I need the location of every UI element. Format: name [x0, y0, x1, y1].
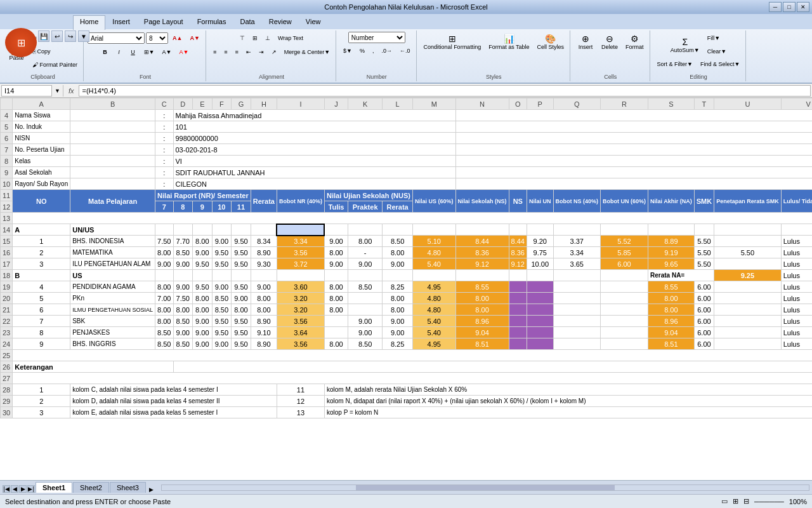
- cell-nus-header[interactable]: Nilai Ujian Sekolah (NUS): [324, 190, 412, 201]
- col-header-G[interactable]: G: [232, 98, 251, 110]
- cell-nr-header[interactable]: Nilai Raport (NR)/ Semester: [155, 190, 251, 201]
- cell-ket12-num[interactable]: 12: [277, 396, 324, 407]
- row-header-28[interactable]: 28: [1, 384, 13, 396]
- cell-ns-6[interactable]: [509, 304, 527, 316]
- cell-nr10-5[interactable]: 8.50: [212, 293, 232, 304]
- cell-nr8-9[interactable]: 8.50: [173, 338, 193, 350]
- cell-mp-2[interactable]: MATEMATIKA: [70, 247, 155, 258]
- cell-D10[interactable]: CILEGON: [173, 178, 455, 190]
- font-size-select[interactable]: 8: [146, 32, 168, 44]
- cell-nus-rerata-9[interactable]: 8.25: [383, 338, 413, 350]
- close-btn[interactable]: ✕: [797, 2, 809, 12]
- row-header-20[interactable]: 20: [1, 293, 13, 304]
- cell-ket13-text[interactable]: kolop P = kolom N: [324, 407, 812, 418]
- decrease-decimal-btn[interactable]: ←.0: [396, 44, 414, 57]
- cell-bobot-un-header[interactable]: Bobot UN (60%): [601, 190, 648, 213]
- undo-qat-btn[interactable]: ↩: [51, 30, 63, 42]
- cell-nr8-2[interactable]: 8.50: [173, 247, 193, 258]
- cell-bobot-nr-5[interactable]: 3.20: [277, 293, 324, 304]
- cell-nr7-9[interactable]: 8.50: [155, 338, 173, 350]
- cell-C5[interactable]: :: [155, 121, 173, 133]
- cell-D7[interactable]: 03-020-201-8: [173, 144, 455, 156]
- col-header-K[interactable]: K: [348, 98, 383, 110]
- cell-nus-rerata-6[interactable]: 8.00: [383, 304, 413, 316]
- row-header-14[interactable]: 14: [1, 224, 13, 236]
- bold-btn[interactable]: B: [99, 46, 112, 58]
- cell-rerata-4[interactable]: 9.00: [251, 281, 277, 293]
- sheet-tab-nav-prev[interactable]: ◀: [11, 485, 18, 493]
- cell-ns-9[interactable]: [509, 338, 527, 350]
- qat-dropdown-btn[interactable]: ▼: [78, 30, 89, 42]
- cell-smk-4[interactable]: 6.00: [694, 281, 714, 293]
- cell-nr9-3[interactable]: 9.50: [193, 258, 213, 270]
- insert-cells-btn[interactable]: ⊕ Insert: [574, 32, 597, 52]
- cell-smk2-5[interactable]: [714, 293, 782, 304]
- col-header-U[interactable]: U: [714, 98, 782, 110]
- cell-L14[interactable]: [383, 224, 413, 236]
- row-header-6[interactable]: 6: [1, 133, 13, 144]
- tab-formulas[interactable]: Formulas: [190, 15, 233, 29]
- cell-nr7-7[interactable]: 8.00: [155, 316, 173, 327]
- cell-ket12-text[interactable]: kolom N, didapat dari (nilai raport X 40…: [324, 396, 812, 407]
- cell-ket1-num[interactable]: 1: [13, 384, 70, 396]
- border-btn[interactable]: ⊞▼: [141, 46, 158, 58]
- cell-nilai-akhir-header[interactable]: Nilai Akhir (NA): [648, 190, 695, 213]
- cell-nr11-7[interactable]: 9.50: [232, 316, 251, 327]
- cell-tulis-3[interactable]: 9.00: [324, 258, 348, 270]
- cell-nus-rerata-4[interactable]: 8.25: [383, 281, 413, 293]
- row-header-24[interactable]: 24: [1, 338, 13, 350]
- col-header-M[interactable]: M: [413, 98, 456, 110]
- number-format-select[interactable]: Number: [348, 32, 405, 43]
- col-header-T[interactable]: T: [694, 98, 714, 110]
- cell-smk2-8[interactable]: [714, 327, 782, 338]
- sheet-tab-nav-first[interactable]: |◀: [3, 485, 10, 493]
- cell-B9[interactable]: [70, 167, 155, 178]
- col-header-D[interactable]: D: [173, 98, 193, 110]
- cell-lulus-header[interactable]: Lulus/ Tidak Lulus: [781, 190, 812, 213]
- cell-B5[interactable]: [70, 121, 155, 133]
- cell-C4[interactable]: :: [155, 110, 173, 121]
- cell-praktek-2[interactable]: -: [348, 247, 383, 258]
- align-top-btn[interactable]: ⊤: [237, 32, 248, 44]
- cell-nr8-1[interactable]: 7.70: [173, 236, 193, 247]
- cell-B10[interactable]: [70, 178, 155, 190]
- cell-smk-header[interactable]: SMK: [694, 190, 714, 213]
- cell-lulus-8[interactable]: Lulus: [781, 327, 812, 338]
- cell-praktek-4[interactable]: 8.50: [348, 281, 383, 293]
- cell-smk-7[interactable]: 6.00: [694, 316, 714, 327]
- cell-mp-5[interactable]: PKn: [70, 293, 155, 304]
- cell-smk2-6[interactable]: [714, 304, 782, 316]
- cell-nr7-2[interactable]: 8.00: [155, 247, 173, 258]
- cell-praktek-8[interactable]: 9.00: [348, 327, 383, 338]
- maximize-btn[interactable]: □: [783, 2, 796, 12]
- cell-rerata-9[interactable]: 8.90: [251, 338, 277, 350]
- align-right-btn[interactable]: ≡: [232, 46, 241, 58]
- cell-rerata-8[interactable]: 9.10: [251, 327, 277, 338]
- cell-nus-rerata-1[interactable]: 8.50: [383, 236, 413, 247]
- cell-smk2-2[interactable]: 5.50: [714, 247, 782, 258]
- row-header-27[interactable]: 27: [1, 373, 13, 384]
- tab-insert[interactable]: Insert: [105, 15, 137, 29]
- cell-ns-5[interactable]: [509, 293, 527, 304]
- cell-ket11-text[interactable]: kolom M, adalah rerata Nilai Ujian Sekol…: [324, 384, 812, 396]
- cell-bobot-nr-header[interactable]: Bobot NR (40%): [277, 190, 324, 213]
- cell-C8[interactable]: :: [155, 156, 173, 167]
- cell-bobot-ns-4[interactable]: [553, 281, 601, 293]
- cell-sem8[interactable]: 8: [173, 201, 193, 213]
- align-center-btn[interactable]: ≡: [221, 46, 230, 58]
- row-header-16[interactable]: 16: [1, 247, 13, 258]
- cell-penetapan-header[interactable]: Penetapan Rerata SMK: [714, 190, 782, 213]
- cell-bobot-ns-7[interactable]: [553, 316, 601, 327]
- cell-nilai-sekolah-3[interactable]: 9.12: [455, 258, 509, 270]
- cell-bobot-un-4[interactable]: [601, 281, 648, 293]
- cell-bobot-nr-1[interactable]: 3.34: [277, 236, 324, 247]
- align-bottom-btn[interactable]: ⊥: [262, 32, 273, 44]
- cell-R14[interactable]: [601, 224, 648, 236]
- row-header-25[interactable]: 25: [1, 350, 13, 361]
- cell-praktek-1[interactable]: 8.00: [348, 236, 383, 247]
- save-qat-btn[interactable]: 💾: [38, 30, 49, 42]
- cell-D5[interactable]: 101: [173, 121, 455, 133]
- col-header-S[interactable]: S: [648, 98, 695, 110]
- col-header-C[interactable]: C: [155, 98, 173, 110]
- sheet-tab-nav-last[interactable]: ▶|: [27, 485, 35, 493]
